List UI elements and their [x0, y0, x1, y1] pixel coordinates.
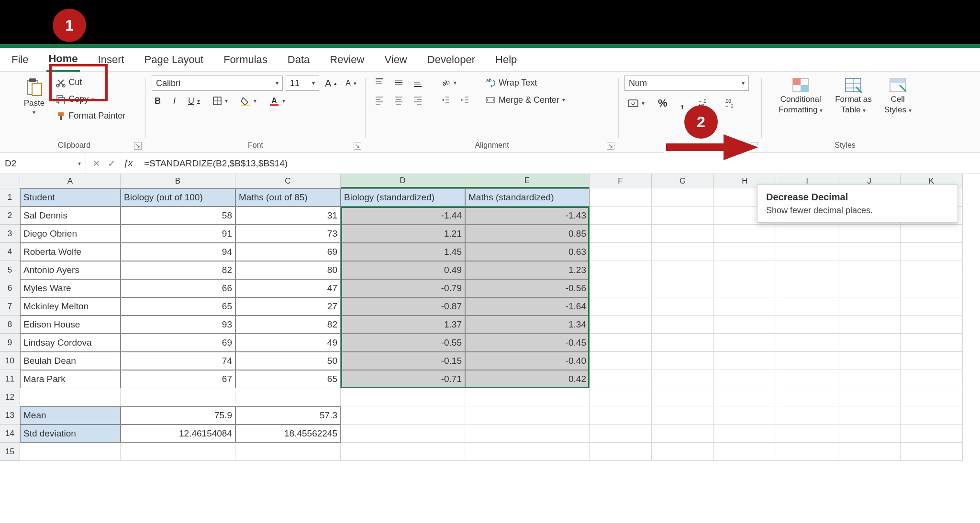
empty-cell[interactable] [652, 207, 714, 225]
biology-standardized-cell[interactable]: -0.79 [341, 279, 465, 297]
biology-score-cell[interactable]: 94 [121, 243, 235, 261]
std-biology-cell[interactable]: 12.46154084 [121, 425, 235, 443]
empty-cell[interactable] [776, 370, 838, 388]
biology-standardized-cell[interactable]: 0.49 [341, 261, 465, 279]
student-name-cell[interactable]: Lindsay Cordova [20, 334, 121, 352]
cancel-formula-button[interactable]: ✕ [93, 158, 100, 169]
font-color-button[interactable]: A ▾ [266, 94, 288, 108]
decrease-indent-button[interactable] [437, 93, 454, 107]
empty-cell[interactable] [652, 425, 714, 443]
alignment-dialog-launcher[interactable]: ↘ [607, 142, 614, 150]
empty-cell[interactable] [714, 352, 776, 370]
empty-cell[interactable] [776, 316, 838, 334]
biology-standardized-cell[interactable]: -0.15 [341, 352, 465, 370]
empty-cell[interactable] [838, 261, 901, 279]
maths-standardized-cell[interactable]: 1.34 [465, 316, 590, 334]
empty-cell[interactable] [652, 370, 714, 388]
header-cell[interactable]: Maths (out of 85) [235, 188, 341, 207]
accept-formula-button[interactable]: ✓ [108, 158, 116, 169]
empty-cell[interactable] [901, 279, 963, 297]
empty-cell[interactable] [590, 443, 652, 461]
empty-cell[interactable] [235, 443, 341, 461]
student-name-cell[interactable]: Diego Obrien [20, 225, 121, 243]
empty-cell[interactable] [590, 352, 652, 370]
mean-label-cell[interactable]: Mean [20, 406, 121, 425]
empty-cell[interactable] [652, 279, 714, 297]
decrease-font-button[interactable]: A▾ [343, 77, 359, 89]
empty-cell[interactable] [590, 406, 652, 425]
row-header-8[interactable]: 8 [0, 316, 20, 334]
row-header-12[interactable]: 12 [0, 388, 20, 406]
empty-cell[interactable] [714, 225, 776, 243]
empty-cell[interactable] [121, 388, 235, 406]
empty-cell[interactable] [590, 297, 652, 316]
empty-cell[interactable] [714, 425, 776, 443]
empty-cell[interactable] [652, 316, 714, 334]
biology-score-cell[interactable]: 74 [121, 352, 235, 370]
tab-help[interactable]: Help [493, 49, 519, 71]
empty-cell[interactable] [838, 388, 901, 406]
empty-cell[interactable] [341, 406, 465, 425]
increase-font-button[interactable]: A▴ [322, 76, 340, 91]
biology-standardized-cell[interactable]: 1.37 [341, 316, 465, 334]
empty-cell[interactable] [901, 388, 963, 406]
empty-cell[interactable] [838, 352, 901, 370]
name-box[interactable]: D2 ▾ [0, 153, 86, 174]
empty-cell[interactable] [714, 406, 776, 425]
empty-cell[interactable] [590, 261, 652, 279]
empty-cell[interactable] [652, 406, 714, 425]
formula-input[interactable]: =STANDARDIZE(B2,$B$13,$B$14) [139, 158, 980, 169]
empty-cell[interactable] [901, 297, 963, 316]
italic-button[interactable]: I [170, 94, 178, 108]
maths-standardized-cell[interactable]: -1.43 [465, 207, 590, 225]
biology-score-cell[interactable]: 66 [121, 279, 235, 297]
header-cell[interactable]: Maths (standardized) [465, 188, 590, 207]
empty-cell[interactable] [652, 352, 714, 370]
decrease-decimal-button[interactable]: .00→.0 [722, 96, 741, 110]
empty-cell[interactable] [652, 225, 714, 243]
merge-center-button[interactable]: Merge & Center ▾ [482, 93, 568, 107]
empty-cell[interactable] [590, 188, 652, 207]
maths-standardized-cell[interactable]: -0.40 [465, 352, 590, 370]
empty-cell[interactable] [20, 443, 121, 461]
empty-cell[interactable] [714, 279, 776, 297]
student-name-cell[interactable]: Beulah Dean [20, 352, 121, 370]
empty-cell[interactable] [590, 225, 652, 243]
select-all-corner[interactable] [0, 174, 20, 188]
empty-cell[interactable] [776, 352, 838, 370]
empty-cell[interactable] [776, 334, 838, 352]
maths-standardized-cell[interactable]: 0.63 [465, 243, 590, 261]
empty-cell[interactable] [838, 279, 901, 297]
row-header-4[interactable]: 4 [0, 243, 20, 261]
align-middle-button[interactable] [390, 76, 407, 90]
empty-cell[interactable] [901, 225, 963, 243]
empty-cell[interactable] [838, 443, 901, 461]
mean-maths-cell[interactable]: 57.3 [235, 406, 341, 425]
font-size-combo[interactable]: 11 ▾ [286, 76, 319, 91]
column-header-E[interactable]: E [465, 174, 590, 188]
row-header-15[interactable]: 15 [0, 443, 20, 461]
empty-cell[interactable] [776, 406, 838, 425]
student-name-cell[interactable]: Sal Dennis [20, 207, 121, 225]
tab-developer[interactable]: Developer [425, 49, 477, 71]
empty-cell[interactable] [714, 261, 776, 279]
column-header-A[interactable]: A [20, 174, 121, 188]
std-maths-cell[interactable]: 18.45562245 [235, 425, 341, 443]
empty-cell[interactable] [838, 316, 901, 334]
empty-cell[interactable] [652, 334, 714, 352]
maths-score-cell[interactable]: 50 [235, 352, 341, 370]
empty-cell[interactable] [235, 388, 341, 406]
empty-cell[interactable] [838, 243, 901, 261]
empty-cell[interactable] [341, 425, 465, 443]
empty-cell[interactable] [652, 188, 714, 207]
align-left-button[interactable] [371, 93, 388, 107]
borders-button[interactable]: ▾ [210, 94, 231, 108]
empty-cell[interactable] [590, 279, 652, 297]
empty-cell[interactable] [901, 425, 963, 443]
empty-cell[interactable] [901, 352, 963, 370]
biology-standardized-cell[interactable]: -0.87 [341, 297, 465, 316]
column-header-D[interactable]: D [341, 174, 465, 188]
biology-score-cell[interactable]: 65 [121, 297, 235, 316]
empty-cell[interactable] [341, 443, 465, 461]
fx-button[interactable]: ƒx [123, 158, 133, 168]
